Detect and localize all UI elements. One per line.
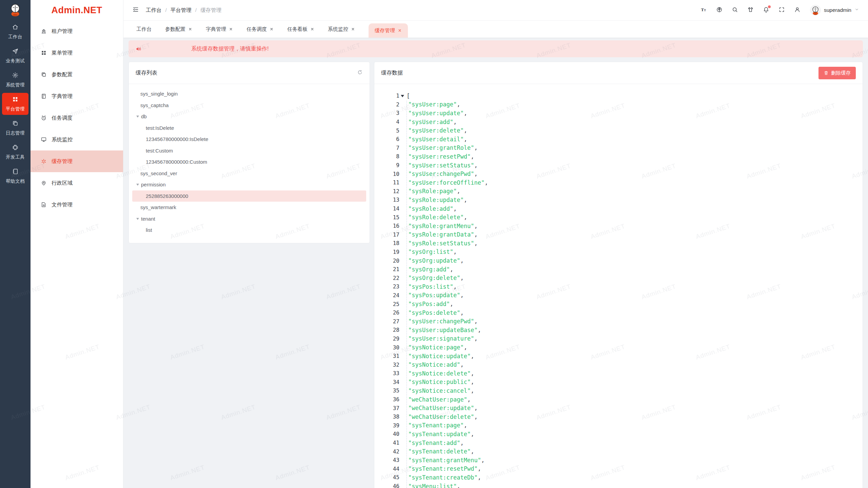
tree-node-permission[interactable]: permission	[132, 179, 366, 190]
cache-tree: sys_single_loginsys_captchadbtest:IsDele…	[129, 84, 370, 236]
breadcrumb-item: 缓存管理	[200, 7, 221, 14]
tab-close-icon[interactable]	[351, 26, 355, 32]
delete-cache-button[interactable]: 删除缓存	[818, 67, 856, 79]
sidebar-item-cache[interactable]: 缓存管理	[31, 150, 123, 172]
action-language[interactable]	[716, 6, 723, 14]
user-menu[interactable]: superadmin	[810, 5, 859, 16]
sidebar-item-file[interactable]: 文件管理	[31, 194, 123, 216]
rail-item-devtools[interactable]: 开发工具	[2, 141, 28, 163]
cache-list-header: 缓存列表	[129, 62, 370, 84]
tree-node-test-custom[interactable]: test:Custom	[132, 145, 366, 157]
rail-item-system[interactable]: 系统管理	[2, 69, 28, 91]
editor-line: 13"sysRole:update",	[374, 196, 863, 204]
rail-item-workbench[interactable]: 工作台	[2, 21, 28, 43]
code-text: "sysUser:setStatus",	[408, 162, 478, 169]
caret-down-icon[interactable]	[136, 184, 139, 187]
editor-line: 24"sysPos:update",	[374, 291, 863, 300]
tab-monitor[interactable]: 系统监控	[328, 21, 355, 38]
fullscreen-icon	[778, 6, 785, 13]
line-number: 6	[374, 136, 408, 142]
search-icon	[732, 6, 738, 13]
sidebar-item-region[interactable]: 行政区域	[31, 172, 123, 194]
action-font-size[interactable]: TT	[701, 6, 707, 14]
tab-workbench[interactable]: 工作台	[136, 21, 152, 38]
action-notifications[interactable]	[763, 6, 769, 14]
editor-line: 10"sysUser:changePwd",	[374, 169, 863, 178]
editor-line: 6"sysUser:detail",	[374, 135, 863, 144]
tree-node-sys-captcha[interactable]: sys_captcha	[132, 100, 366, 111]
tree-node-sys-second-ver[interactable]: sys_second_ver	[132, 168, 366, 179]
editor-line: 7"sysUser:grantRole",	[374, 144, 863, 152]
avatar	[810, 5, 821, 16]
collapse-sidebar-icon[interactable]	[132, 6, 139, 14]
action-fullscreen[interactable]	[778, 6, 785, 14]
line-number: 24	[374, 292, 408, 299]
line-number: 41	[374, 440, 408, 446]
code-text: "sysNotice:delete",	[408, 370, 474, 377]
breadcrumb-item[interactable]: 工作台	[146, 7, 162, 14]
breadcrumb-item[interactable]: 平台管理	[171, 7, 192, 14]
sidebar-item-schedule[interactable]: 任务调度	[31, 107, 123, 129]
action-profile[interactable]	[794, 6, 801, 14]
rail-item-platform[interactable]: 平台管理	[2, 93, 28, 115]
code-text: "sysUser:update",	[408, 110, 467, 117]
rail-item-label: 日志管理	[2, 130, 28, 136]
editor-line: 1[	[374, 92, 863, 100]
tab-schedule[interactable]: 任务调度	[246, 21, 274, 38]
code-text: "weChatUser:update",	[408, 405, 478, 411]
caret-down-icon[interactable]	[136, 218, 139, 221]
rail-item-docs[interactable]: 帮助文档	[2, 165, 28, 187]
notebook-icon	[41, 93, 47, 99]
code-text: "sysPos:delete",	[408, 309, 464, 316]
line-number: 34	[374, 379, 408, 385]
sidebar-item-menu[interactable]: 菜单管理	[31, 42, 123, 64]
tab-dict[interactable]: 字典管理	[206, 21, 233, 38]
sidebar-item-dict[interactable]: 字典管理	[31, 85, 123, 107]
tab-close-icon[interactable]	[229, 26, 233, 32]
code-text: "sysNotice:cancel",	[408, 387, 474, 394]
sidebar-item-config[interactable]: 参数配置	[31, 64, 123, 85]
sidebar-item-monitor[interactable]: 系统监控	[31, 129, 123, 150]
main-area: 工作台/平台管理/缓存管理 TT superadmin 工作台参数配置字典管理任…	[123, 0, 868, 488]
tab-close-icon[interactable]	[270, 26, 274, 32]
line-number: 15	[374, 214, 408, 221]
fold-caret-icon[interactable]	[401, 95, 404, 99]
tab-task-board[interactable]: 任务看板	[287, 21, 314, 38]
line-number: 26	[374, 309, 408, 316]
code-text: "sysRole:add",	[408, 205, 457, 212]
code-text: "sysTenant:page",	[408, 422, 467, 429]
caret-down-icon[interactable]	[136, 116, 139, 119]
tree-node-252885263000000[interactable]: 252885263000000	[132, 190, 366, 202]
trash-icon	[824, 70, 829, 76]
tree-node-123456780000000-custom[interactable]: 123456780000000:Custom	[132, 156, 366, 168]
tree-node-db[interactable]: db	[132, 111, 366, 122]
cache-data-card: 缓存数据 删除缓存 1[2"sysUser:page",3"sysUser:up…	[374, 62, 863, 488]
tree-node-sys-single-login[interactable]: sys_single_login	[132, 88, 366, 100]
tree-node-test-isdelete[interactable]: test:IsDelete	[132, 122, 366, 134]
tree-node-sys-wartermark[interactable]: sys_wartermark	[132, 202, 366, 213]
editor-line: 41"sysTenant:add",	[374, 439, 863, 447]
tree-node-tenant[interactable]: tenant	[132, 213, 366, 225]
sidebar-item-tenant[interactable]: 租户管理	[31, 20, 123, 42]
rail-item-logs[interactable]: 日志管理	[2, 117, 28, 139]
line-number: 39	[374, 422, 408, 429]
tab-close-icon[interactable]	[310, 26, 314, 32]
tab-label: 字典管理	[206, 26, 226, 33]
panels: 缓存列表 sys_single_loginsys_captchadbtest:I…	[129, 62, 863, 488]
json-editor[interactable]: 1[2"sysUser:page",3"sysUser:update",4"sy…	[374, 84, 863, 488]
tab-config[interactable]: 参数配置	[165, 21, 192, 38]
action-theme[interactable]	[747, 6, 754, 14]
sidebar-item-label: 系统监控	[52, 136, 73, 143]
editor-line: 4"sysUser:add",	[374, 118, 863, 126]
tab-close-icon[interactable]	[188, 26, 192, 32]
code-text: "sysUser:detail",	[408, 136, 467, 143]
code-text: "sysUser:signature",	[408, 335, 478, 342]
refresh-icon[interactable]	[357, 69, 363, 77]
tree-node-list[interactable]: list	[132, 224, 366, 236]
tab-close-icon[interactable]	[398, 28, 402, 34]
tab-cache[interactable]: 缓存管理	[369, 23, 408, 38]
action-search[interactable]	[732, 6, 738, 14]
tree-node-123456780000000-isdelete[interactable]: 123456780000000:IsDelete	[132, 134, 366, 145]
cache-list-card: 缓存列表 sys_single_loginsys_captchadbtest:I…	[129, 62, 370, 243]
rail-item-business-test[interactable]: 业务测试	[2, 45, 28, 67]
